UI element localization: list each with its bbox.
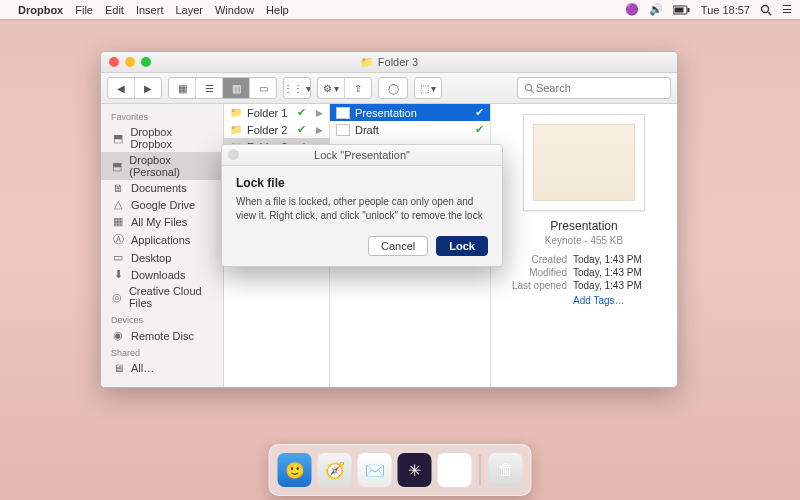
view-list-button[interactable]: ☰ — [196, 78, 223, 98]
menu-file[interactable]: File — [75, 4, 93, 16]
allfiles-icon: ▦ — [111, 215, 125, 228]
menu-edit[interactable]: Edit — [105, 4, 124, 16]
view-icon-button[interactable]: ▦ — [169, 78, 196, 98]
forward-button[interactable]: ▶ — [135, 78, 161, 98]
dock-slack-icon[interactable]: ✳︎ — [398, 453, 432, 487]
sidebar-item-remote-disc[interactable]: ◉Remote Disc — [101, 327, 223, 344]
folder-row[interactable]: 📁Folder 1✔▶ — [224, 104, 329, 121]
menu-layer[interactable]: Layer — [175, 4, 203, 16]
menu-insert[interactable]: Insert — [136, 4, 164, 16]
search-icon — [524, 83, 534, 94]
dialog-body-text: When a file is locked, other people can … — [236, 195, 488, 222]
folder-icon: 📁 — [360, 56, 374, 69]
cancel-button[interactable]: Cancel — [368, 236, 428, 256]
sync-ok-icon: ✔ — [475, 123, 484, 136]
status-app-icon[interactable]: 🟣 — [625, 3, 639, 16]
sidebar-item-all-shared[interactable]: 🖥All… — [101, 360, 223, 376]
minimize-button[interactable] — [125, 57, 135, 67]
file-row-selected[interactable]: Presentation✔ — [330, 104, 490, 121]
sync-ok-icon: ✔ — [297, 123, 306, 136]
preview-thumbnail — [523, 114, 645, 211]
gdrive-icon: △ — [111, 198, 125, 211]
tags-button[interactable]: ◯ — [378, 77, 408, 99]
lock-button[interactable]: Lock — [436, 236, 488, 256]
sidebar-item-desktop[interactable]: ▭Desktop — [101, 249, 223, 266]
sidebar-header-favorites: Favorites — [101, 108, 223, 124]
add-tags-link[interactable]: Add Tags… — [573, 295, 667, 306]
dialog-close-button[interactable] — [228, 149, 239, 160]
folder-icon: 📁 — [230, 124, 242, 135]
view-gallery-button[interactable]: ▭ — [250, 78, 276, 98]
file-row[interactable]: Draft✔ — [330, 121, 490, 138]
menu-help[interactable]: Help — [266, 4, 289, 16]
status-clock[interactable]: Tue 18:57 — [701, 4, 750, 16]
action-button[interactable]: ⚙ ▾ — [318, 78, 345, 98]
action-share-group: ⚙ ▾ ⇪ — [317, 77, 372, 99]
sidebar: Favorites ⬒Dropbox Dropbox ⬒Dropbox (Per… — [101, 104, 224, 387]
cc-icon: ◎ — [111, 291, 123, 304]
dock-dropbox-icon[interactable]: ⬒ — [438, 453, 472, 487]
dock-finder-icon[interactable]: 🙂 — [278, 453, 312, 487]
dropbox-icon: ⬒ — [111, 160, 123, 173]
svg-rect-1 — [674, 7, 683, 12]
chevron-right-icon: ▶ — [316, 125, 323, 135]
dialog-titlebar: Lock "Presentation" — [222, 145, 502, 166]
preview-opened-value: Today, 1:43 PM — [573, 280, 667, 291]
menu-window[interactable]: Window — [215, 4, 254, 16]
dock-separator — [480, 455, 481, 485]
lock-file-dialog: Lock "Presentation" Lock file When a fil… — [221, 144, 503, 267]
sidebar-item-documents[interactable]: 🗎Documents — [101, 180, 223, 196]
dock-mail-icon[interactable]: ✉️ — [358, 453, 392, 487]
sidebar-item-dropbox-personal[interactable]: ⬒Dropbox (Personal) — [101, 152, 223, 180]
svg-line-4 — [768, 12, 771, 15]
status-spotlight-icon[interactable] — [760, 4, 772, 16]
status-volume-icon[interactable]: 🔊 — [649, 3, 663, 16]
svg-point-5 — [525, 84, 531, 90]
documents-icon: 🗎 — [111, 182, 125, 194]
sync-ok-icon: ✔ — [297, 106, 306, 119]
sidebar-item-applications[interactable]: ⒶApplications — [101, 230, 223, 249]
close-button[interactable] — [109, 57, 119, 67]
search-field[interactable] — [517, 77, 671, 99]
folder-icon: 📁 — [230, 107, 242, 118]
preview-pane: Presentation Keynote - 455 KB CreatedTod… — [491, 104, 677, 387]
status-notification-icon[interactable]: ☰ — [782, 3, 792, 16]
finder-window: 📁 Folder 3 ◀ ▶ ▦ ☰ ▥ ▭ ⋮⋮ ▾ ⚙ ▾ ⇪ ◯ — [100, 51, 678, 388]
applications-icon: Ⓐ — [111, 232, 125, 247]
svg-point-3 — [762, 5, 769, 12]
document-icon — [336, 124, 350, 136]
network-icon: 🖥 — [111, 362, 125, 374]
finder-titlebar[interactable]: 📁 Folder 3 — [101, 52, 677, 73]
dock-safari-icon[interactable]: 🧭 — [318, 453, 352, 487]
preview-modified-label: Modified — [501, 267, 567, 278]
view-column-button[interactable]: ▥ — [223, 78, 250, 98]
dialog-title: Lock "Presentation" — [314, 149, 410, 161]
status-battery-icon[interactable] — [673, 5, 691, 15]
folder-row[interactable]: 📁Folder 2✔▶ — [224, 121, 329, 138]
downloads-icon: ⬇ — [111, 268, 125, 281]
zoom-button[interactable] — [141, 57, 151, 67]
dock-trash-icon[interactable]: 🗑 — [489, 453, 523, 487]
back-button[interactable]: ◀ — [108, 78, 135, 98]
share-button[interactable]: ⇪ — [345, 78, 371, 98]
arrange-button[interactable]: ⋮⋮ ▾ — [284, 78, 310, 98]
sidebar-item-all-my-files[interactable]: ▦All My Files — [101, 213, 223, 230]
search-input[interactable] — [534, 81, 664, 95]
sidebar-item-dropbox-team[interactable]: ⬒Dropbox Dropbox — [101, 124, 223, 152]
sidebar-header-shared: Shared — [101, 344, 223, 360]
disc-icon: ◉ — [111, 329, 125, 342]
dock: 🙂 🧭 ✉️ ✳︎ ⬒ 🗑 — [269, 444, 532, 496]
sidebar-item-google-drive[interactable]: △Google Drive — [101, 196, 223, 213]
desktop-icon: ▭ — [111, 251, 125, 264]
chevron-right-icon: ▶ — [316, 108, 323, 118]
preview-modified-value: Today, 1:43 PM — [573, 267, 667, 278]
dropbox-toolbar-button[interactable]: ⬚ ▾ — [415, 78, 441, 98]
sidebar-item-downloads[interactable]: ⬇Downloads — [101, 266, 223, 283]
sidebar-header-devices: Devices — [101, 311, 223, 327]
finder-toolbar: ◀ ▶ ▦ ☰ ▥ ▭ ⋮⋮ ▾ ⚙ ▾ ⇪ ◯ ⬚ ▾ — [101, 73, 677, 104]
window-title: 📁 Folder 3 — [101, 56, 677, 69]
menubar-app-name[interactable]: Dropbox — [18, 4, 63, 16]
sidebar-item-creative-cloud[interactable]: ◎Creative Cloud Files — [101, 283, 223, 311]
menubar: Dropbox File Edit Insert Layer Window He… — [0, 0, 800, 19]
svg-rect-2 — [687, 8, 689, 12]
